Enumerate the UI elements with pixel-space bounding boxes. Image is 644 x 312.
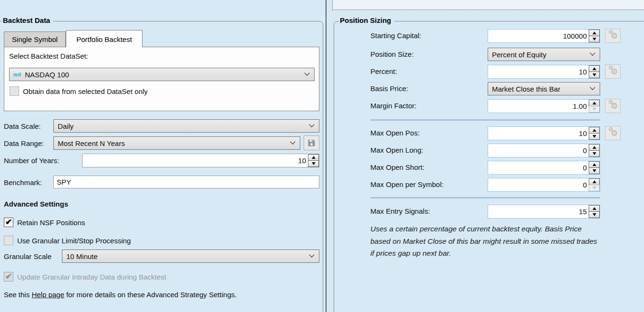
basis-price-value: Market Close this Bar [492,85,560,93]
data-scale-value: Daily [58,122,73,130]
pane-splitter[interactable] [326,0,327,312]
spin-up-button[interactable] [589,205,600,212]
spin-down-button[interactable] [589,150,600,157]
max-open-pos-label: Max Open Pos: [370,129,419,137]
position-size-label: Position Size: [370,50,414,58]
max-open-pos-value[interactable]: 10 [488,127,589,140]
data-scale-dropdown[interactable]: Daily [53,119,319,133]
spin-up-button[interactable] [589,100,600,106]
spin-up-button[interactable] [308,154,319,161]
starting-capital-settings-button[interactable] [605,29,621,43]
basis-price-dropdown[interactable]: Market Close this Bar [488,82,600,95]
position-sizing-title: Position Sizing [339,16,394,24]
max-open-short-spinner[interactable]: 0 [488,161,600,175]
dataset-dropdown-value: NASDAQ 100 [25,71,69,79]
max-open-short-value[interactable]: 0 [488,161,589,174]
help-text-suffix: for more details on these Advanced Strat… [64,291,237,299]
starting-capital-spinner[interactable]: 100000 [488,29,600,43]
max-open-pos-spinner[interactable]: 10 [488,126,600,140]
retain-nsf-checkbox[interactable] [4,218,13,227]
spin-up-button[interactable] [589,30,600,36]
benchmark-label: Benchmark: [4,178,42,187]
down-arrow-icon [312,162,316,165]
up-arrow-icon [593,102,596,104]
tab-single-symbol-label: Single Symbol [12,35,58,43]
advanced-settings-heading: Advanced Settings [4,200,68,208]
percent-value[interactable]: 10 [488,65,589,78]
margin-factor-settings-button[interactable] [605,99,621,113]
position-sizing-note: Uses a certain percentage of current bac… [370,223,603,260]
chevron-down-icon [304,70,309,75]
spin-up-button[interactable] [589,161,600,168]
margin-factor-spinner[interactable]: 1.00 [488,99,600,113]
benchmark-value: SPY [57,178,71,186]
max-open-per-symbol-label: Max Open per Symbol: [370,180,443,188]
help-page-link[interactable]: Help page [31,291,64,299]
max-open-pos-settings-button[interactable] [605,126,621,140]
spin-down-button[interactable] [589,211,600,218]
down-arrow-icon [593,38,596,41]
gear-icon [605,65,620,78]
spin-down-button[interactable] [589,167,600,174]
max-open-long-value[interactable]: 0 [488,144,589,157]
max-entry-signals-value[interactable]: 15 [488,205,589,218]
tab-single-symbol[interactable]: Single Symbol [4,31,66,47]
down-arrow-icon [593,135,596,138]
up-arrow-icon [593,67,596,70]
update-granular-checkbox [4,272,13,281]
retain-nsf-label: Retain NSF Positions [17,218,85,227]
down-arrow-icon [593,213,596,216]
obtain-data-checkbox-label: Obtain data from selected DataSet only [23,87,148,95]
position-size-value: Percent of Equity [492,51,546,59]
max-open-per-symbol-value[interactable]: 0 [488,178,589,191]
max-open-per-symbol-spinner[interactable]: 0 [488,178,600,192]
margin-factor-value[interactable]: 1.00 [488,100,589,113]
starting-capital-value[interactable]: 100000 [488,30,589,42]
backtest-settings-window: { "window": { "bg_color": "#d7e9f5" }, "… [0,0,644,312]
spin-up-button[interactable] [589,65,600,72]
down-arrow-icon [593,108,596,111]
down-arrow-icon [593,73,596,76]
save-range-button[interactable] [304,135,319,150]
spin-down-button[interactable] [589,36,600,42]
update-granular-label: Update Granular Intraday Data during Bac… [17,273,166,281]
percent-label: Percent: [370,67,397,75]
spin-up-button[interactable] [589,127,600,134]
spin-down-button[interactable] [308,160,319,167]
chevron-down-icon [309,252,314,257]
section-divider [370,197,600,198]
collapsed-pane-edge[interactable] [332,0,644,10]
tab-portfolio-backtest[interactable]: Portfolio Backtest [66,30,143,47]
tab-portfolio-backtest-label: Portfolio Backtest [76,35,132,43]
spin-up-button[interactable] [589,144,600,151]
margin-factor-label: Margin Factor: [370,102,417,110]
down-arrow-icon [593,152,596,155]
number-of-years-label: Number of Years: [4,156,59,165]
max-open-long-label: Max Open Long: [370,146,423,154]
max-entry-signals-spinner[interactable]: 15 [488,205,600,218]
max-open-long-spinner[interactable]: 0 [488,144,600,157]
up-arrow-icon [593,207,596,210]
dataset-dropdown[interactable]: wd NASDAQ 100 [9,68,315,81]
granular-limit-label: Use Granular Limit/Stop Processing [17,237,131,245]
spin-down-button [589,185,600,191]
granular-scale-value: 10 Minute [66,252,98,260]
obtain-data-checkbox[interactable] [10,86,19,96]
up-arrow-icon [593,180,596,183]
granular-scale-dropdown[interactable]: 10 Minute [62,250,319,263]
position-size-dropdown[interactable]: Percent of Equity [488,48,600,61]
gear-icon [605,99,620,113]
percent-spinner[interactable]: 10 [488,65,600,79]
chevron-down-icon [290,139,295,144]
gear-icon [605,126,620,140]
data-range-dropdown[interactable]: Most Recent N Years [53,136,300,150]
number-of-years-value[interactable]: 10 [82,154,308,167]
benchmark-input[interactable]: SPY [53,176,319,188]
number-of-years-spinner[interactable]: 10 [82,154,319,167]
percent-settings-button[interactable] [605,64,621,79]
help-text: See this Help page for more details on t… [4,291,237,299]
granular-limit-checkbox[interactable] [4,236,13,245]
spin-down-button[interactable] [589,72,600,78]
spin-down-button[interactable] [589,133,600,140]
spin-up-button[interactable] [589,178,600,185]
